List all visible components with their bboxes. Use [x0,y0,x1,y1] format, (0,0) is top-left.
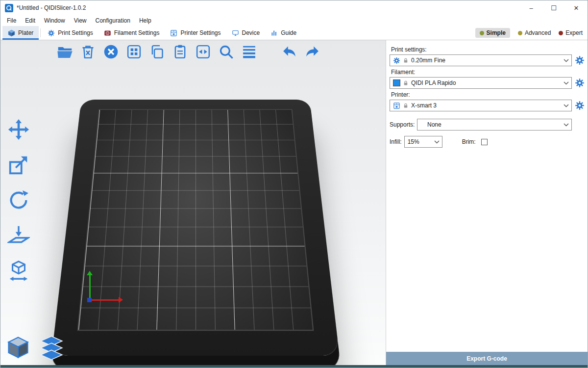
tab-printer-settings[interactable]: Printer Settings [165,26,226,40]
filament-row: QIDI PLA Rapido [390,77,585,89]
printer-label: Printer: [391,91,585,98]
menu-help[interactable]: Help [135,16,156,25]
rotate-icon[interactable] [4,187,33,213]
menu-view[interactable]: View [70,16,91,25]
menu-configuration[interactable]: Configuration [91,16,135,25]
supports-label: Supports: [390,121,417,128]
print-settings-row: 0.20mm Fine [390,54,585,66]
edit-printer-button[interactable] [575,101,585,110]
split-objects-icon[interactable] [194,42,212,61]
guide-icon [270,29,278,37]
mode-advanced[interactable]: Advanced [518,29,551,36]
window-title: *Untitled - QIDISlicer-1.0.2 [17,4,86,11]
plater-icon [8,29,15,37]
z-axis-marker [87,298,92,302]
supports-combo[interactable]: None [417,119,572,131]
close-button[interactable]: ✕ [565,0,588,15]
minimize-button[interactable]: – [520,0,542,15]
print-settings-combo[interactable]: 0.20mm Fine [390,54,572,66]
move-icon[interactable] [4,116,33,143]
y-axis-arrow-icon [87,271,93,275]
arrange-icon[interactable] [124,42,143,61]
search-icon[interactable] [217,42,235,61]
filament-icon [104,29,111,37]
delete-all-icon[interactable] [101,42,120,61]
tab-print-settings[interactable]: Print Settings [42,26,98,40]
printer-icon [170,29,177,37]
chevron-down-icon [564,81,569,85]
maximize-button[interactable]: ☐ [542,0,565,15]
tab-label: Device [242,29,260,36]
infill-combo[interactable]: 15% [404,136,442,148]
supports-value: None [427,121,561,128]
gear-icon [575,78,585,88]
open-icon[interactable] [55,42,74,61]
view-3d-icon[interactable] [4,334,32,361]
brim-checkbox[interactable] [481,139,488,145]
chevron-down-icon [564,123,569,127]
printer-row: X-smart 3 [390,100,585,111]
menu-bar: File Edit Window View Configuration Help [0,15,588,26]
tab-bar: Plater Print Settings Filament Settings … [0,26,588,40]
delete-icon[interactable] [78,42,97,61]
tab-label: Filament Settings [114,29,160,36]
paste-icon[interactable] [171,42,189,61]
window-controls: – ☐ ✕ [520,0,588,15]
print-bed [51,100,340,356]
edit-print-settings-button[interactable] [575,55,585,65]
mode-label: Expert [565,29,583,36]
window-bottom-edge [0,365,588,368]
redo-icon[interactable] [303,42,321,61]
tab-label: Guide [281,29,296,36]
app-window: *Untitled - QIDISlicer-1.0.2 – ☐ ✕ File … [0,0,588,368]
mode-simple[interactable]: Simple [475,28,510,38]
chevron-down-icon [564,104,569,107]
infill-value: 15% [408,138,432,145]
y-axis [89,275,91,300]
tab-plater[interactable]: Plater [2,26,39,40]
place-on-face-icon[interactable] [4,222,33,249]
brim-label: Brim: [462,138,476,145]
scale-icon[interactable] [4,152,33,178]
print-settings-value: 0.20mm Fine [411,57,561,64]
filament-label: Filament: [391,69,585,76]
tab-label: Printer Settings [180,29,220,36]
tab-filament-settings[interactable]: Filament Settings [98,26,165,40]
gear-icon [48,29,55,37]
view-layers-icon[interactable] [38,334,65,361]
x-axis [90,299,119,301]
menu-window[interactable]: Window [40,16,70,25]
variable-layer-height-icon[interactable] [240,42,258,61]
lock-icon [403,103,409,109]
tab-device[interactable]: Device [226,26,266,40]
printer-combo[interactable]: X-smart 3 [390,100,572,111]
filament-combo[interactable]: QIDI PLA Rapido [390,77,572,89]
menu-edit[interactable]: Edit [21,16,40,25]
mode-expert[interactable]: Expert [559,29,583,36]
view-switch [4,334,65,361]
chevron-down-icon [434,140,440,144]
bed-grid [77,109,314,331]
infill-label: Infill: [390,138,402,145]
app-logo-icon [5,4,13,12]
infill-row: Infill: 15% Brim: [390,136,585,148]
3d-viewport[interactable] [0,40,386,365]
x-axis-arrow-icon [119,297,123,303]
undo-icon[interactable] [280,42,298,61]
menu-file[interactable]: File [2,16,21,25]
edit-filament-button[interactable] [575,78,585,88]
printer-value: X-smart 3 [411,102,561,109]
settings-sidebar: Print settings: 0.20mm Fine Filament: [386,40,588,365]
mode-label: Simple [487,29,506,36]
gear-icon [575,55,585,65]
tab-guide[interactable]: Guide [265,26,302,40]
title-bar: *Untitled - QIDISlicer-1.0.2 – ☐ ✕ [0,0,588,15]
export-gcode-button[interactable]: Export G-code [386,352,588,365]
copy-icon[interactable] [147,42,166,61]
measure-icon[interactable] [4,258,33,284]
gear-icon [393,57,400,64]
advanced-mode-dot-icon [518,31,522,35]
tab-label: Print Settings [58,29,93,36]
viewport-toolbar [55,42,321,61]
supports-row: Supports: None [390,119,585,131]
